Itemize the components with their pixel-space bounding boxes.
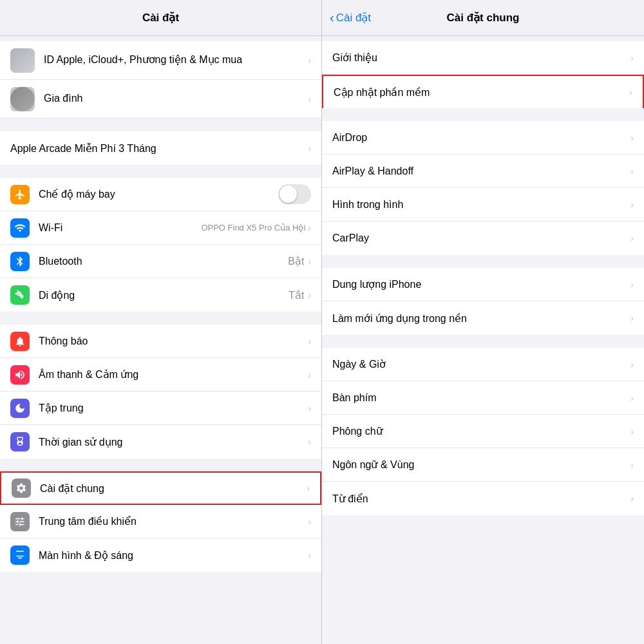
cellular-label: Di động	[39, 289, 289, 301]
right-item-software-update[interactable]: Cập nhật phần mềm ›	[322, 75, 644, 108]
airplane-label: Chế độ máy bay	[39, 188, 278, 200]
sidebar-item-family[interactable]: Gia đình ›	[0, 80, 321, 118]
chevron-icon: ›	[630, 359, 634, 370]
gear-icon	[12, 478, 31, 498]
appleid-text: ID Apple, iCloud+, Phương tiện & Mục mua	[44, 53, 308, 67]
back-label: Cài đặt	[336, 11, 371, 24]
right-item-datetime[interactable]: Ngày & Giờ ›	[322, 348, 644, 381]
bluetooth-value: Bật	[288, 255, 304, 267]
left-header: Cài đặt	[0, 0, 321, 36]
right-item-dictionary[interactable]: Từ điển ›	[322, 482, 644, 515]
chevron-icon: ›	[630, 166, 634, 176]
sidebar-item-cellular[interactable]: Di động Tắt ›	[0, 278, 321, 312]
airdrop-label: AirDrop	[332, 132, 630, 144]
chevron-icon: ›	[630, 460, 634, 470]
right-title: Cài đặt chung	[447, 11, 520, 24]
chevron-icon: ›	[629, 87, 632, 97]
chevron-icon: ›	[630, 53, 634, 63]
right-item-airdrop[interactable]: AirDrop ›	[322, 121, 644, 155]
chevron-icon: ›	[308, 143, 311, 153]
wifi-icon	[10, 218, 30, 238]
right-item-carplay[interactable]: CarPlay ›	[322, 222, 644, 255]
avatar	[10, 48, 35, 73]
cellular-icon	[10, 285, 30, 305]
carplay-label: CarPlay	[332, 232, 630, 244]
chevron-icon: ›	[308, 55, 311, 66]
airplane-toggle[interactable]	[278, 184, 311, 204]
chevron-icon: ›	[630, 279, 634, 290]
pip-label: Hình trong hình	[332, 199, 630, 211]
wifi-value: OPPO Find X5 Pro Của Hội	[201, 223, 305, 232]
datetime-label: Ngày & Giờ	[332, 358, 630, 370]
wifi-label: Wi-Fi	[39, 222, 201, 234]
cellular-value: Tắt	[289, 289, 304, 301]
sidebar-item-sounds[interactable]: Âm thanh & Cảm ứng ›	[0, 358, 321, 392]
back-button[interactable]: ‹ Cài đặt	[330, 10, 371, 25]
right-item-pip[interactable]: Hình trong hình ›	[322, 188, 644, 222]
airplay-label: AirPlay & Handoff	[332, 166, 630, 177]
focus-label: Tập trung	[39, 402, 308, 414]
bell-icon	[10, 332, 30, 351]
right-item-bgrefresh[interactable]: Làm mới ứng dụng trong nền ›	[322, 301, 644, 335]
airplane-icon	[10, 185, 30, 204]
chevron-icon: ›	[308, 290, 311, 300]
keyboard-label: Bàn phím	[332, 392, 630, 404]
chevron-icon: ›	[308, 370, 311, 380]
right-item-airplay[interactable]: AirPlay & Handoff ›	[322, 155, 644, 188]
right-item-fonts[interactable]: Phông chữ ›	[322, 415, 644, 448]
right-header: ‹ Cài đặt Cài đặt chung	[322, 0, 644, 36]
moon-icon	[10, 399, 30, 418]
left-panel: Cài đặt ID Apple, iCloud+, Phương tiện &…	[0, 0, 322, 644]
screentime-label: Thời gian sử dụng	[39, 436, 308, 448]
bluetooth-label: Bluetooth	[39, 256, 288, 267]
display-icon	[10, 545, 30, 565]
dictionary-label: Từ điển	[332, 493, 630, 505]
sidebar-item-display[interactable]: Màn hình & Độ sáng ›	[0, 538, 321, 572]
chevron-icon: ›	[630, 313, 634, 323]
chevron-icon: ›	[308, 94, 311, 104]
chevron-icon: ›	[308, 550, 311, 560]
hourglass-icon	[10, 432, 30, 451]
chevron-icon: ›	[307, 483, 310, 493]
sidebar-item-controlcenter[interactable]: Trung tâm điều khiển ›	[0, 505, 321, 538]
right-scroll: Giới thiệu › Cập nhật phần mềm › AirDrop…	[322, 36, 644, 644]
arcade-label: Apple Arcade Miễn Phí 3 Tháng	[10, 142, 308, 155]
chevron-icon: ›	[630, 233, 634, 243]
back-chevron-icon: ‹	[330, 10, 334, 25]
sounds-label: Âm thanh & Cảm ứng	[39, 368, 308, 381]
chevron-icon: ›	[630, 200, 634, 210]
sidebar-item-appleid[interactable]: ID Apple, iCloud+, Phương tiện & Mục mua…	[0, 41, 321, 80]
sidebar-item-bluetooth[interactable]: Bluetooth Bật ›	[0, 245, 321, 278]
sidebar-item-focus[interactable]: Tập trung ›	[0, 392, 321, 425]
right-item-keyboard[interactable]: Bàn phím ›	[322, 381, 644, 415]
sidebar-item-general[interactable]: Cài đặt chung ›	[0, 471, 321, 505]
fonts-label: Phông chữ	[332, 425, 630, 437]
sidebar-item-airplane[interactable]: Chế độ máy bay	[0, 178, 321, 211]
chevron-icon: ›	[308, 403, 311, 413]
sidebar-item-wifi[interactable]: Wi-Fi OPPO Find X5 Pro Của Hội ›	[0, 211, 321, 245]
bluetooth-icon	[10, 252, 30, 271]
controlcenter-label: Trung tâm điều khiển	[39, 515, 308, 527]
chevron-icon: ›	[308, 437, 311, 447]
family-avatar	[10, 87, 35, 111]
notifications-label: Thông báo	[39, 336, 308, 347]
display-label: Màn hình & Độ sáng	[39, 549, 308, 562]
general-label: Cài đặt chung	[40, 482, 307, 495]
sound-icon	[10, 365, 30, 384]
sidebar-item-screentime[interactable]: Thời gian sử dụng ›	[0, 425, 321, 459]
left-scroll: ID Apple, iCloud+, Phương tiện & Mục mua…	[0, 36, 321, 644]
family-text: Gia đình	[44, 92, 308, 106]
right-item-storage[interactable]: Dung lượng iPhone ›	[322, 268, 644, 301]
right-item-about[interactable]: Giới thiệu ›	[322, 41, 644, 75]
right-panel: ‹ Cài đặt Cài đặt chung Giới thiệu › Cập…	[322, 0, 644, 644]
chevron-icon: ›	[308, 256, 311, 267]
right-item-language[interactable]: Ngôn ngữ & Vùng ›	[322, 448, 644, 482]
sidebar-item-notifications[interactable]: Thông báo ›	[0, 325, 321, 358]
chevron-icon: ›	[630, 493, 634, 504]
appleid-label: ID Apple, iCloud+, Phương tiện & Mục mua	[44, 53, 308, 67]
about-label: Giới thiệu	[332, 52, 630, 64]
software-update-label: Cập nhật phần mềm	[334, 86, 629, 99]
family-label: Gia đình	[44, 92, 308, 106]
sidebar-item-arcade[interactable]: Apple Arcade Miễn Phí 3 Tháng ›	[0, 131, 321, 165]
bgrefresh-label: Làm mới ứng dụng trong nền	[332, 312, 630, 325]
